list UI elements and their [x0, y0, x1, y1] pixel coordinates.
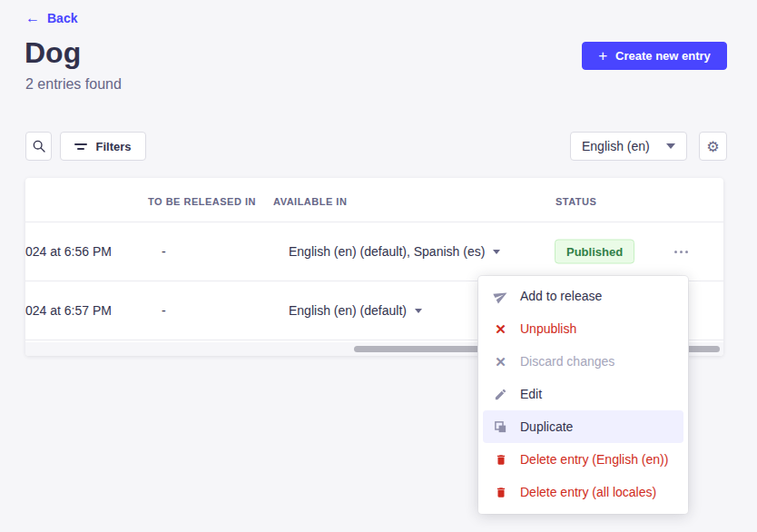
create-new-entry-label: Create new entry — [615, 49, 711, 63]
column-header-to-be-released-in[interactable]: TO BE RELEASED IN — [148, 196, 256, 207]
content-manager-list-view: ← Back Dog 2 entries found + Create new … — [0, 0, 757, 532]
cell-to-be-released-in: - — [162, 244, 166, 259]
plus-icon: + — [598, 48, 607, 64]
row-actions-menu: Add to release ✕ Unpublish ✕ Discard cha… — [478, 276, 688, 514]
menu-item-label: Duplicate — [520, 419, 573, 434]
available-in-value: English (en) (default) — [289, 303, 407, 318]
settings-button[interactable]: ⚙ — [699, 132, 727, 161]
menu-item-delete-entry-locale[interactable]: Delete entry (English (en)) — [483, 443, 683, 476]
menu-item-label: Delete entry (all locales) — [520, 485, 656, 499]
search-icon — [31, 139, 46, 154]
chevron-down-icon — [493, 250, 500, 254]
entries-count: 2 entries found — [25, 76, 122, 93]
chevron-down-icon — [415, 309, 422, 313]
cross-icon: ✕ — [493, 321, 508, 337]
cell-updated-date: 024 at 6:57 PM — [25, 303, 112, 318]
page-title: Dog — [25, 36, 81, 70]
filter-icon — [74, 143, 87, 150]
table-header-row: TO BE RELEASED IN AVAILABLE IN STATUS — [25, 178, 723, 222]
locale-select[interactable]: English (en) — [570, 132, 687, 161]
menu-item-edit[interactable]: Edit — [483, 378, 683, 410]
cell-updated-date: 024 at 6:56 PM — [25, 244, 112, 259]
cross-icon: ✕ — [493, 354, 508, 369]
back-arrow-icon: ← — [25, 11, 40, 25]
locale-selected-value: English (en) — [582, 139, 650, 153]
menu-item-add-to-release[interactable]: Add to release — [483, 280, 683, 312]
menu-item-delete-entry-all-locales[interactable]: Delete entry (all locales) — [483, 476, 683, 508]
trash-icon — [493, 452, 508, 468]
paper-plane-icon — [493, 289, 508, 304]
menu-item-label: Discard changes — [520, 354, 614, 369]
pencil-icon — [493, 387, 508, 402]
back-link[interactable]: ← Back — [25, 11, 77, 25]
menu-item-unpublish[interactable]: ✕ Unpublish — [483, 312, 683, 345]
filters-label: Filters — [95, 140, 131, 153]
available-in-value: English (en) (default), Spanish (es) — [289, 244, 485, 259]
menu-item-label: Edit — [520, 387, 542, 401]
table-row[interactable]: 024 at 6:56 PM - English (en) (default),… — [25, 222, 723, 281]
trash-icon — [493, 485, 508, 500]
duplicate-icon — [493, 419, 508, 435]
menu-item-discard-changes[interactable]: ✕ Discard changes — [483, 345, 683, 378]
column-header-status[interactable]: STATUS — [555, 196, 596, 207]
status-badge: Published — [555, 240, 634, 264]
filters-button[interactable]: Filters — [60, 132, 146, 161]
cell-to-be-released-in: - — [162, 303, 166, 318]
row-actions-button[interactable] — [666, 241, 695, 262]
chevron-down-icon — [666, 143, 675, 149]
menu-item-label: Delete entry (English (en)) — [520, 452, 668, 467]
menu-item-label: Unpublish — [520, 321, 576, 336]
search-button[interactable] — [25, 132, 52, 161]
menu-item-duplicate[interactable]: Duplicate — [483, 410, 683, 443]
create-new-entry-button[interactable]: + Create new entry — [582, 42, 727, 70]
menu-item-label: Add to release — [520, 289, 602, 303]
cell-available-in[interactable]: English (en) (default) — [289, 303, 422, 318]
column-header-available-in[interactable]: AVAILABLE IN — [273, 196, 347, 207]
back-label: Back — [47, 11, 77, 25]
gear-icon: ⚙ — [706, 138, 719, 155]
cell-available-in[interactable]: English (en) (default), Spanish (es) — [289, 244, 500, 259]
